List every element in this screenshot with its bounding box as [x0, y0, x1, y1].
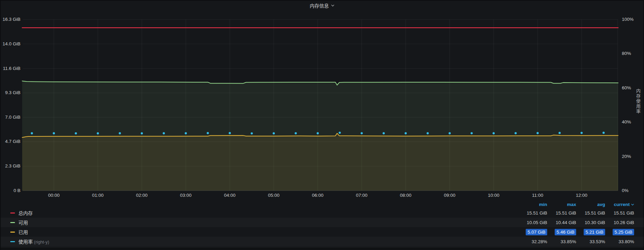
x-tick-label: 12:00 — [569, 192, 594, 198]
legend-series-label[interactable]: 使用率 (right-y) — [18, 238, 518, 245]
series-point — [514, 132, 516, 134]
x-tick-label: 03:00 — [174, 192, 198, 198]
legend-header-row: minmaxavgcurrent — [1, 201, 644, 208]
legend-value-cell: 15.51 GiB — [518, 210, 547, 216]
legend-value-cell: 33.53% — [576, 239, 605, 244]
y-left-tick-label: 9.3 GiB — [1, 90, 20, 96]
legend-row: 可用10.05 GiB10.44 GiB10.30 GiB10.26 GiB — [1, 218, 644, 227]
y-left-tick-label: 4.7 GiB — [1, 138, 20, 145]
legend-series-label[interactable]: 可用 — [18, 219, 518, 226]
series-point — [581, 132, 583, 134]
series-point — [163, 132, 165, 134]
y-right-tick-label: 80% — [622, 50, 631, 57]
time-series-chart[interactable]: 16.3 GiB14.0 GiB11.6 GiB9.3 GiB7.0 GiB4.… — [1, 1, 644, 202]
series-color-dash-icon — [10, 232, 15, 233]
series-point — [339, 132, 341, 134]
x-tick-label: 01:00 — [86, 192, 110, 198]
chart-canvas — [1, 1, 644, 202]
series-point — [119, 132, 121, 134]
series-point — [537, 132, 539, 134]
x-tick-label: 02:00 — [130, 192, 154, 198]
series-point — [31, 132, 33, 134]
y-left-tick-label: 11.6 GiB — [1, 65, 20, 72]
x-tick-label: 06:00 — [305, 192, 330, 198]
x-tick-label: 04:00 — [218, 192, 242, 198]
x-tick-label: 05:00 — [261, 192, 286, 198]
legend-value-cell: 15.51 GiB — [576, 210, 605, 216]
y-left-tick-label: 0 B — [1, 188, 20, 194]
x-tick-label: 00:00 — [42, 192, 66, 198]
sort-chevron-down-icon — [631, 204, 634, 206]
y-right-tick-label: 40% — [622, 119, 631, 125]
series-point — [273, 132, 275, 134]
series-point — [470, 132, 473, 134]
legend-value-cell: 5.07 GiB — [518, 230, 547, 235]
y-left-tick-label: 2.3 GiB — [1, 163, 20, 169]
y-left-tick-label: 16.3 GiB — [1, 16, 20, 23]
legend-row: 已用5.07 GiB5.46 GiB5.21 GiB5.25 GiB — [1, 227, 644, 237]
legend-value-highlighted: 5.46 GiB — [555, 229, 576, 235]
legend-series-suffix: (right-y) — [33, 239, 49, 245]
y-right-tick-label: 20% — [622, 153, 631, 160]
series-point — [383, 132, 385, 134]
legend-value-cell: 32.28% — [518, 239, 547, 244]
y-right-tick-label: 0% — [622, 188, 629, 194]
series-fill — [22, 133, 618, 191]
series-point — [97, 132, 99, 134]
legend-sort-min[interactable]: min — [518, 202, 547, 207]
series-point — [449, 132, 451, 134]
series-point — [295, 132, 297, 134]
legend-value-cell: 10.30 GiB — [576, 220, 605, 225]
legend: minmaxavgcurrent总内存15.51 GiB15.51 GiB15.… — [1, 201, 644, 246]
y-right-tick-label: 100% — [622, 16, 634, 23]
legend-value-highlighted: 5.25 GiB — [613, 229, 634, 235]
legend-sort-current[interactable]: current — [605, 202, 634, 207]
series-color-dash-icon — [10, 222, 15, 223]
y-left-tick-label: 7.0 GiB — [1, 114, 20, 120]
series-color-dash-icon — [10, 241, 15, 242]
memory-info-panel: 内存信息 16.3 GiB14.0 GiB11.6 GiB9.3 GiB7.0 … — [0, 0, 644, 250]
legend-sort-avg[interactable]: avg — [576, 202, 605, 207]
x-tick-label: 10:00 — [481, 192, 506, 198]
legend-value-cell: 15.51 GiB — [605, 210, 634, 216]
y-left-tick-label: 14.0 GiB — [1, 41, 20, 47]
series-point — [317, 132, 319, 134]
legend-value-cell: 5.46 GiB — [547, 230, 576, 235]
legend-value-highlighted: 5.21 GiB — [584, 229, 605, 235]
legend-row: 总内存15.51 GiB15.51 GiB15.51 GiB15.51 GiB — [1, 208, 644, 218]
right-axis-title: 内存使用率 — [635, 89, 641, 114]
series-point — [251, 132, 253, 134]
legend-value-highlighted: 5.07 GiB — [526, 229, 547, 235]
x-tick-label: 09:00 — [437, 192, 462, 198]
x-tick-label: 11:00 — [525, 192, 550, 198]
series-point — [405, 132, 407, 134]
series-point — [229, 132, 231, 134]
series-point — [558, 132, 560, 134]
series-point — [493, 132, 495, 134]
legend-value-cell: 10.05 GiB — [518, 220, 547, 225]
legend-row: 使用率 (right-y)32.28%33.85%33.53%33.80% — [1, 237, 644, 246]
legend-value-cell: 15.51 GiB — [547, 210, 576, 216]
y-right-tick-label: 60% — [622, 85, 631, 91]
x-tick-label: 07:00 — [349, 192, 374, 198]
panel-bottom-edge — [1, 247, 643, 250]
legend-value-cell: 5.21 GiB — [576, 230, 605, 235]
series-point — [75, 132, 77, 134]
legend-value-cell: 33.85% — [547, 239, 576, 244]
legend-value-cell: 33.80% — [605, 239, 634, 244]
series-point — [141, 132, 143, 134]
x-tick-label: 08:00 — [393, 192, 418, 198]
series-point — [207, 132, 209, 134]
legend-value-cell: 10.26 GiB — [605, 220, 634, 225]
legend-sort-max[interactable]: max — [547, 202, 576, 207]
series-point — [361, 132, 363, 134]
legend-value-cell: 10.44 GiB — [547, 220, 576, 225]
series-point — [426, 132, 429, 134]
series-color-dash-icon — [10, 212, 15, 214]
series-point — [602, 132, 604, 134]
legend-value-cell: 5.25 GiB — [605, 230, 634, 235]
series-point — [53, 132, 55, 134]
series-point — [185, 132, 187, 134]
legend-series-label[interactable]: 总内存 — [18, 209, 518, 216]
legend-series-label[interactable]: 已用 — [18, 229, 518, 235]
